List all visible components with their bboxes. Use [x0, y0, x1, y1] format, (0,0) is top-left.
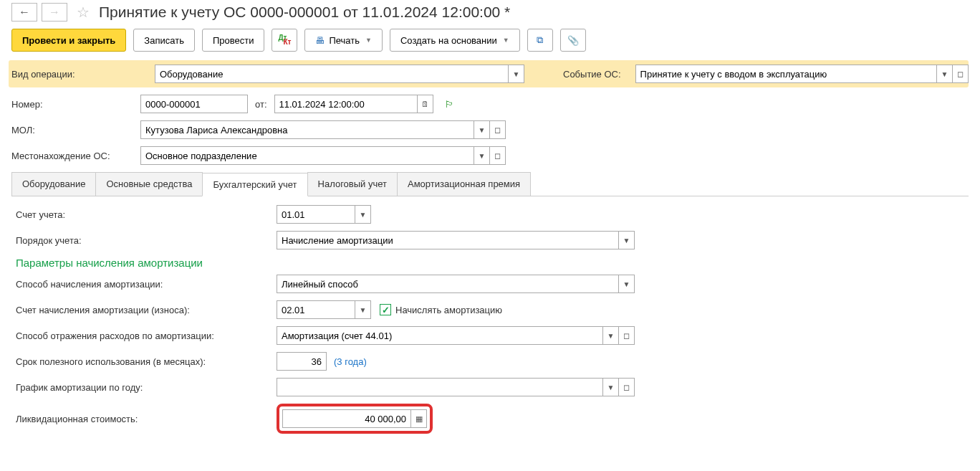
order-dropdown[interactable]: ▼ — [619, 231, 635, 249]
tab-bonus-depr[interactable]: Амортизационная премия — [397, 172, 531, 196]
expense-method-open[interactable]: ◻ — [619, 326, 635, 345]
date-picker-button[interactable]: 🗓 — [418, 95, 433, 113]
checkbox-checked-icon: ✓ — [380, 304, 391, 315]
nav-back-button[interactable]: ← — [11, 3, 37, 22]
tab-tax[interactable]: Налоговый учет — [307, 172, 398, 196]
chevron-down-icon: ▼ — [503, 37, 509, 44]
account-dropdown[interactable]: ▼ — [355, 205, 371, 224]
attachments-button[interactable]: 📎 — [560, 29, 586, 52]
event-os-dropdown[interactable]: ▼ — [937, 65, 953, 83]
expense-method-input[interactable] — [277, 326, 603, 345]
depr-method-dropdown[interactable]: ▼ — [619, 275, 635, 293]
depr-account-dropdown[interactable]: ▼ — [355, 300, 371, 319]
date-input[interactable] — [274, 95, 418, 113]
date-from-label: от: — [255, 99, 267, 110]
write-button[interactable]: Записать — [133, 29, 195, 52]
account-label: Счет учета: — [16, 209, 277, 220]
calendar-icon: 🗓 — [421, 100, 429, 108]
tab-fixed-assets[interactable]: Основные средства — [95, 172, 203, 196]
related-docs-button[interactable]: ⧉ — [527, 29, 553, 52]
print-label: Печать — [329, 35, 360, 46]
tab-equipment[interactable]: Оборудование — [11, 172, 96, 196]
depr-account-label: Счет начисления амортизации (износа): — [16, 305, 277, 315]
operation-type-input[interactable] — [155, 65, 509, 83]
event-os-input[interactable] — [635, 65, 937, 83]
useful-life-label: Срок полезного использования (в месяцах)… — [16, 356, 277, 367]
depr-method-input[interactable] — [277, 275, 619, 293]
salvage-calc-button[interactable]: ▦ — [411, 409, 427, 428]
mol-label: МОЛ: — [11, 125, 140, 135]
favorite-star-icon[interactable]: ☆ — [75, 4, 92, 21]
expense-method-dropdown[interactable]: ▼ — [603, 326, 619, 345]
create-based-on-button[interactable]: Создать на основании ▼ — [390, 29, 520, 52]
salvage-highlight-box: ▦ — [277, 404, 433, 434]
salvage-value-input[interactable] — [282, 409, 411, 428]
chevron-down-icon: ▼ — [365, 37, 372, 44]
post-button[interactable]: Провести — [202, 29, 265, 52]
do-depr-label: Начислять амортизацию — [395, 305, 502, 315]
tab-bar: Оборудование Основные средства Бухгалтер… — [11, 172, 969, 196]
location-dropdown[interactable]: ▼ — [474, 146, 490, 165]
dtkt-button[interactable]: ДтКт — [272, 29, 297, 52]
post-and-close-button[interactable]: Провести и закрыть — [11, 29, 126, 52]
account-input[interactable] — [277, 205, 355, 224]
mol-input[interactable] — [140, 120, 474, 139]
link-structure-icon: ⧉ — [537, 34, 543, 46]
event-os-open[interactable]: ◻ — [953, 65, 969, 83]
schedule-dropdown[interactable]: ▼ — [603, 378, 619, 396]
order-label: Порядок учета: — [16, 235, 277, 246]
order-input[interactable] — [277, 231, 619, 249]
page-title: Принятие к учету ОС 0000-000001 от 11.01… — [99, 4, 510, 21]
number-label: Номер: — [11, 99, 140, 110]
location-open[interactable]: ◻ — [490, 146, 506, 165]
create-based-label: Создать на основании — [400, 35, 497, 46]
paperclip-icon: 📎 — [567, 35, 579, 46]
schedule-input[interactable] — [277, 378, 603, 396]
operation-type-dropdown[interactable]: ▼ — [509, 65, 524, 83]
expense-method-label: Способ отражения расходов по амортизации… — [16, 330, 277, 341]
tab-accounting[interactable]: Бухгалтерский учет — [202, 173, 307, 196]
operation-type-label: Вид операции: — [11, 69, 140, 80]
salvage-value-label: Ликвидационная стоимость: — [16, 414, 277, 424]
depr-account-input[interactable] — [277, 300, 355, 319]
nav-forward-button[interactable]: → — [42, 3, 67, 22]
useful-life-hint: (3 года) — [334, 356, 367, 367]
depr-method-label: Способ начисления амортизации: — [16, 279, 277, 290]
printer-icon: 🖶 — [315, 35, 325, 46]
useful-life-input[interactable] — [277, 352, 327, 371]
event-os-label: Событие ОС: — [563, 69, 621, 80]
depr-params-heading: Параметры начисления амортизации — [16, 257, 964, 269]
do-depr-checkbox[interactable]: ✓ Начислять амортизацию — [380, 304, 502, 315]
status-flag-icon[interactable]: 🏳 — [445, 99, 454, 110]
number-input[interactable] — [140, 95, 248, 113]
calculator-icon: ▦ — [415, 414, 423, 424]
mol-dropdown[interactable]: ▼ — [474, 120, 490, 139]
dtkt-icon: ДтКт — [278, 34, 291, 46]
location-input[interactable] — [140, 146, 474, 165]
mol-open[interactable]: ◻ — [490, 120, 506, 139]
print-button[interactable]: 🖶 Печать ▼ — [304, 29, 383, 52]
schedule-open[interactable]: ◻ — [619, 378, 635, 396]
schedule-label: График амортизации по году: — [16, 382, 277, 393]
location-label: Местонахождение ОС: — [11, 151, 140, 161]
